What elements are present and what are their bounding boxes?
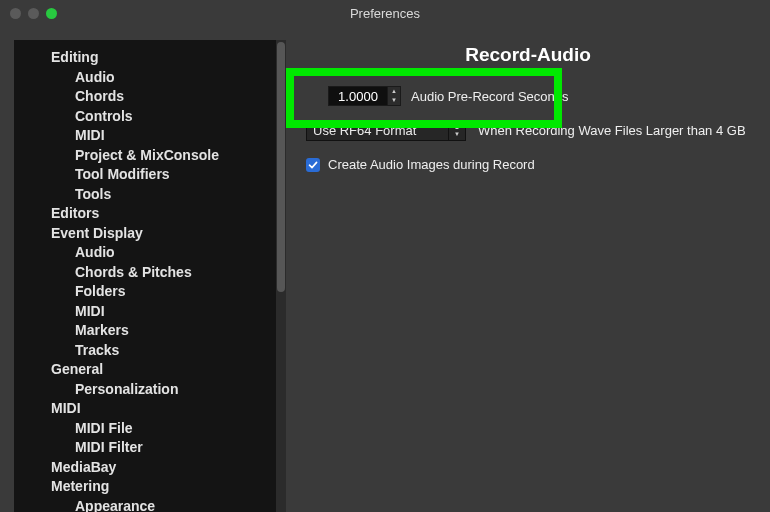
tree-item[interactable]: Audio xyxy=(14,68,276,88)
tree-item-label: Controls xyxy=(72,108,136,126)
tree-item-label: Chords & Pitches xyxy=(72,264,195,282)
create-images-checkbox[interactable] xyxy=(306,158,320,172)
tree-item-label: Folders xyxy=(72,283,129,301)
tree-item[interactable]: Appearance xyxy=(14,497,276,513)
pre-record-label: Audio Pre-Record Seconds xyxy=(411,89,569,104)
stepper-up-icon[interactable]: ▲ xyxy=(388,87,400,96)
tree-item[interactable]: Metering xyxy=(14,477,276,497)
tree-item[interactable]: General xyxy=(14,360,276,380)
create-images-row: Create Audio Images during Record xyxy=(306,157,754,172)
select-arrows-icon: ▲▼ xyxy=(448,121,465,140)
content-panel: Record-Audio ▲ ▼ Audio Pre-Record Second… xyxy=(286,26,770,512)
window-controls xyxy=(10,8,57,19)
sidebar: EditingAudioChordsControlsMIDIProject & … xyxy=(14,40,286,512)
tree-item-label: Audio xyxy=(72,244,118,262)
window-body: EditingAudioChordsControlsMIDIProject & … xyxy=(0,26,770,512)
tree-item[interactable]: Tracks xyxy=(14,341,276,361)
tree-item[interactable]: Markers xyxy=(14,321,276,341)
tree-item-label: Appearance xyxy=(72,498,158,513)
tree-item[interactable]: Chords xyxy=(14,87,276,107)
tree-item-label: Metering xyxy=(48,478,112,496)
tree-item[interactable]: Folders xyxy=(14,282,276,302)
wave-format-value: Use RF64 Format xyxy=(307,123,448,138)
tree-item-label: Tracks xyxy=(72,342,122,360)
tree-item[interactable]: Editors xyxy=(14,204,276,224)
close-window-button[interactable] xyxy=(10,8,21,19)
tree-item-label: Editors xyxy=(48,205,102,223)
tree-item[interactable]: MediaBay xyxy=(14,458,276,478)
tree-item-label: Markers xyxy=(72,322,132,340)
tree-item-label: Project & MixConsole xyxy=(72,147,222,165)
wave-format-label: When Recording Wave Files Larger than 4 … xyxy=(478,123,746,138)
tree-item[interactable]: MIDI xyxy=(14,302,276,322)
tree-item-label: MIDI File xyxy=(72,420,136,438)
tree-item[interactable]: Audio xyxy=(14,243,276,263)
tree-item-label: MIDI Filter xyxy=(72,439,146,457)
checkmark-icon xyxy=(308,160,318,170)
tree-item[interactable]: Tools xyxy=(14,185,276,205)
tree-item-label: Chords xyxy=(72,88,127,106)
minimize-window-button[interactable] xyxy=(28,8,39,19)
tree-item-label: Tool Modifiers xyxy=(72,166,173,184)
preferences-tree[interactable]: EditingAudioChordsControlsMIDIProject & … xyxy=(14,40,276,512)
tree-item[interactable]: Controls xyxy=(14,107,276,127)
tree-item-label: MIDI xyxy=(72,303,108,321)
tree-item-label: Personalization xyxy=(72,381,181,399)
tree-item-label: Tools xyxy=(72,186,114,204)
tree-item-label: Event Display xyxy=(48,225,146,243)
wave-format-row: Use RF64 Format ▲▼ When Recording Wave F… xyxy=(306,120,754,141)
stepper-down-icon[interactable]: ▼ xyxy=(388,96,400,105)
tree-item[interactable]: Editing xyxy=(14,48,276,68)
tree-item-label: Audio xyxy=(72,69,118,87)
tree-item[interactable]: Tool Modifiers xyxy=(14,165,276,185)
pre-record-input[interactable] xyxy=(329,87,387,105)
tree-item[interactable]: Event Display xyxy=(14,224,276,244)
sidebar-scrollbar-thumb[interactable] xyxy=(277,42,285,292)
tree-item-label: Editing xyxy=(48,49,101,67)
pre-record-row: ▲ ▼ Audio Pre-Record Seconds xyxy=(328,86,754,106)
titlebar: Preferences xyxy=(0,0,770,26)
tree-item-label: MIDI xyxy=(72,127,108,145)
tree-item[interactable]: Personalization xyxy=(14,380,276,400)
tree-item-label: MIDI xyxy=(48,400,84,418)
wave-format-select[interactable]: Use RF64 Format ▲▼ xyxy=(306,120,466,141)
sidebar-scrollbar-track[interactable] xyxy=(276,40,286,512)
pre-record-field[interactable]: ▲ ▼ xyxy=(328,86,401,106)
zoom-window-button[interactable] xyxy=(46,8,57,19)
tree-item[interactable]: MIDI xyxy=(14,126,276,146)
tree-item[interactable]: Project & MixConsole xyxy=(14,146,276,166)
tree-item[interactable]: MIDI File xyxy=(14,419,276,439)
tree-item[interactable]: MIDI xyxy=(14,399,276,419)
window-title: Preferences xyxy=(0,6,770,21)
pre-record-stepper[interactable]: ▲ ▼ xyxy=(387,87,400,105)
tree-item[interactable]: Chords & Pitches xyxy=(14,263,276,283)
panel-title: Record-Audio xyxy=(302,44,754,66)
tree-item[interactable]: MIDI Filter xyxy=(14,438,276,458)
create-images-label: Create Audio Images during Record xyxy=(328,157,535,172)
tree-item-label: General xyxy=(48,361,106,379)
tree-item-label: MediaBay xyxy=(48,459,119,477)
